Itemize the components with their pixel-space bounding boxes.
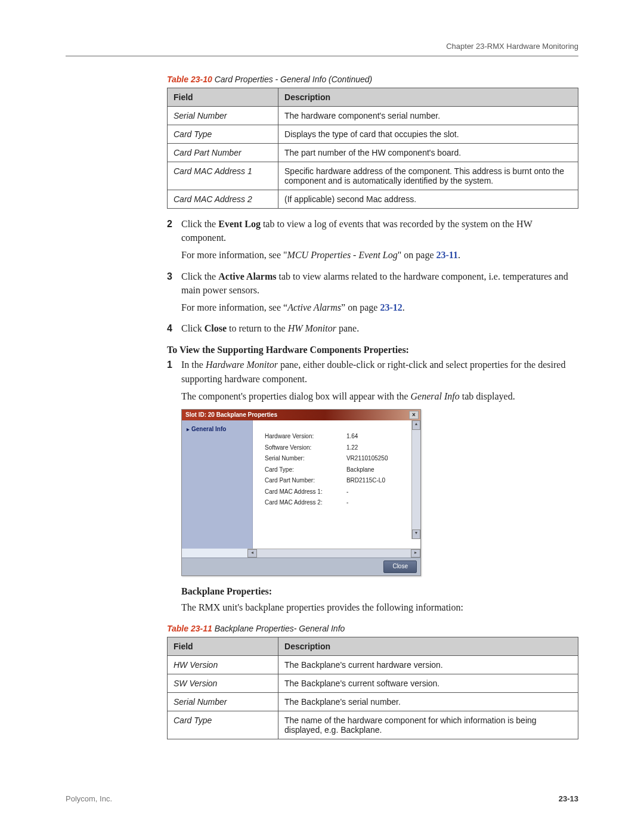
page-link[interactable]: 23-12 <box>380 302 402 312</box>
text: " on page <box>398 250 436 260</box>
step-number: 4 <box>167 321 181 339</box>
cell-field: Card Type <box>168 125 278 144</box>
prop-label: Card MAC Address 1: <box>264 487 345 498</box>
table-row: Card MAC Address 2(If applicable) second… <box>168 190 578 209</box>
th-field: Field <box>168 88 278 107</box>
table-card-properties: Field Description Serial NumberThe hardw… <box>167 88 578 209</box>
sidebar-item-label: General Info <box>191 426 226 432</box>
table-23-11-caption: Table 23-11 Backplane Properties- Genera… <box>167 624 578 633</box>
close-button[interactable]: Close <box>383 561 417 573</box>
bold-text: Active Alarms <box>218 271 276 281</box>
text: In the <box>181 360 206 370</box>
scroll-left-icon[interactable]: ◂ <box>247 549 257 558</box>
cell-desc: The hardware component's serial number. <box>278 107 578 125</box>
cell-field: Card Type <box>168 711 278 739</box>
table-row: SW VersionThe Backplane's current softwa… <box>168 674 578 693</box>
text: For more information, see " <box>181 250 287 260</box>
prop-value: VR2110105250 <box>345 453 412 465</box>
table-row: Serial NumberThe Backplane's serial numb… <box>168 693 578 711</box>
cell-field: Serial Number <box>168 693 278 711</box>
dialog-sidebar: ▸General Info <box>182 420 253 549</box>
th-field: Field <box>168 637 278 656</box>
text: ” on page <box>341 302 380 312</box>
table-row: Serial NumberThe hardware component's se… <box>168 107 578 125</box>
prop-label: Card MAC Address 2: <box>264 497 345 509</box>
table-row: HW VersionThe Backplane's current hardwa… <box>168 656 578 674</box>
table-caption-number: Table 23-10 <box>167 75 212 84</box>
page-link[interactable]: 23-11 <box>436 250 458 260</box>
cell-field: Serial Number <box>168 107 278 125</box>
italic-text: General Info <box>411 391 460 401</box>
prop-label: Serial Number: <box>264 453 345 465</box>
text: tab displayed. <box>460 391 515 401</box>
dialog-content: Hardware Version:1.64 Software Version:1… <box>253 420 420 549</box>
prop-label: Card Part Number: <box>264 475 345 487</box>
cell-field: HW Version <box>168 656 278 674</box>
table-23-10-caption: Table 23-10 Card Properties - General In… <box>167 75 578 84</box>
step-b1: 1 In the Hardware Monitor pane, either d… <box>167 358 578 621</box>
cell-desc: Displays the type of card that occupies … <box>278 125 578 144</box>
table-row: Card MAC Address 1Specific hardware addr… <box>168 162 578 190</box>
cell-field: Card Part Number <box>168 144 278 162</box>
text: to return to the <box>227 323 288 333</box>
bold-text: Close <box>205 323 227 333</box>
scroll-up-icon[interactable]: ▴ <box>412 420 420 430</box>
table-caption-text: Backplane Properties- General Info <box>212 624 345 633</box>
cell-desc: Specific hardware address of the compone… <box>278 162 578 190</box>
cell-desc: The name of the hardware component for w… <box>278 711 578 739</box>
table-row: Card TypeThe name of the hardware compon… <box>168 711 578 739</box>
close-icon[interactable]: × <box>409 411 419 419</box>
text: . <box>402 302 405 312</box>
italic-text: Hardware Monitor <box>206 360 278 370</box>
table-caption-text: Card Properties - General Info (Continue… <box>212 75 372 84</box>
text: pane. <box>336 323 359 333</box>
sidebar-item-general-info[interactable]: ▸General Info <box>187 425 252 434</box>
step-number: 3 <box>167 270 181 320</box>
bold-text: Event Log <box>218 219 261 229</box>
table-backplane-properties: Field Description HW VersionThe Backplan… <box>167 637 578 739</box>
prop-label: Hardware Version: <box>264 431 345 442</box>
cell-desc: The part number of the HW component's bo… <box>278 144 578 162</box>
step-2: 2 Click the Event Log tab to view a log … <box>167 217 578 267</box>
scroll-down-icon[interactable]: ▾ <box>412 529 420 539</box>
cell-field: Card MAC Address 1 <box>168 162 278 190</box>
scroll-right-icon[interactable]: ▸ <box>411 549 420 558</box>
footer-company: Polycom, Inc. <box>66 794 112 803</box>
dialog-title: Slot ID: 20 Backplane Properties <box>185 411 277 418</box>
prop-value: - <box>345 487 412 498</box>
dialog-titlebar[interactable]: Slot ID: 20 Backplane Properties × <box>182 410 420 421</box>
th-description: Description <box>278 637 578 656</box>
table-row: Card TypeDisplays the type of card that … <box>168 125 578 144</box>
scrollbar-vertical[interactable]: ▴ ▾ <box>411 420 420 539</box>
cell-desc: The Backplane's serial number. <box>278 693 578 711</box>
prop-value: - <box>345 497 412 509</box>
text: The component's properties dialog box wi… <box>181 391 411 401</box>
backplane-intro: The RMX unit's backplane properties prov… <box>181 600 578 614</box>
prop-value: BRD2115C-L0 <box>345 475 412 487</box>
text: Click <box>181 323 205 333</box>
th-description: Description <box>278 88 578 107</box>
cell-desc: The Backplane's current software version… <box>278 674 578 693</box>
cell-field: Card MAC Address 2 <box>168 190 278 209</box>
chevron-right-icon: ▸ <box>187 426 190 432</box>
step-number: 1 <box>167 358 181 621</box>
prop-label: Software Version: <box>264 442 345 454</box>
text: For more information, see “ <box>181 302 287 312</box>
prop-value: 1.22 <box>345 442 412 454</box>
table-row: Card Part NumberThe part number of the H… <box>168 144 578 162</box>
cell-desc: The Backplane's current hardware version… <box>278 656 578 674</box>
header-rule <box>66 55 578 57</box>
italic-text: HW Monitor <box>288 323 336 333</box>
cell-field: SW Version <box>168 674 278 693</box>
chapter-header: Chapter 23-RMX Hardware Monitoring <box>66 42 578 55</box>
text: Click the <box>181 219 218 229</box>
step-4: 4 Click Close to return to the HW Monito… <box>167 321 578 339</box>
subheading-backplane-properties: Backplane Properties: <box>181 584 578 598</box>
italic-text: Active Alarms <box>287 302 341 312</box>
text: . <box>458 250 460 260</box>
step-3: 3 Click the Active Alarms tab to view al… <box>167 270 578 320</box>
scrollbar-horizontal[interactable]: ◂ ▸ <box>247 549 420 558</box>
dialog-footer: Close <box>182 558 420 575</box>
page-footer: Polycom, Inc. 23-13 <box>66 794 578 803</box>
page-number: 23-13 <box>559 794 578 803</box>
